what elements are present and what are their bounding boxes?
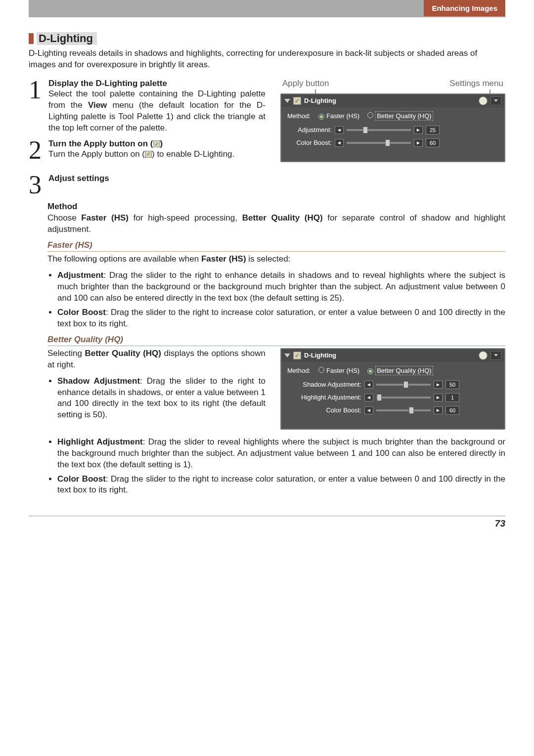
colorboost-value[interactable]: 60	[445, 406, 459, 415]
d-lighting-panel-hs: ✓ D-Lighting Method: Faster (HS) Better …	[280, 93, 505, 162]
step-number-3: 3	[29, 174, 48, 197]
adjustment-label: Adjustment:	[287, 126, 332, 133]
arrow-right-icon[interactable]: ►	[414, 139, 423, 147]
method-heading: Method	[47, 202, 505, 212]
hq-colorboost-item: Color Boost: Drag the slider to the righ…	[57, 474, 505, 496]
better-quality-heading: Better Quality (HQ)	[47, 335, 505, 346]
panel-title: D-Lighting	[304, 352, 476, 359]
radio-better-quality-hq[interactable]: Better Quality (HQ)	[367, 112, 433, 120]
arrow-left-icon[interactable]: ◄	[335, 139, 344, 147]
shadow-value[interactable]: 50	[445, 380, 459, 389]
colorboost-value[interactable]: 60	[426, 138, 440, 147]
header-bar: Enhancing Images	[29, 0, 505, 17]
arrow-left-icon[interactable]: ◄	[364, 381, 373, 389]
radio-faster-hs[interactable]: Faster (HS)	[318, 112, 359, 120]
method-label: Method:	[287, 112, 311, 120]
hq-highlight-item: Highlight Adjustment: Drag the slider to…	[57, 437, 505, 471]
apply-checkbox[interactable]: ✓	[293, 352, 301, 359]
step-number-1: 1	[29, 79, 48, 102]
hq-intro: Selecting Better Quality (HQ) displays t…	[47, 348, 266, 371]
hs-adjustment-item: Adjustment: Drag the slider to the right…	[57, 270, 505, 304]
colorboost-label: Color Boost:	[287, 139, 332, 146]
colorboost-slider[interactable]	[376, 409, 431, 411]
faster-hs-heading: Faster (HS)	[47, 240, 505, 252]
pointer-line	[315, 89, 316, 93]
apply-checkbox[interactable]: ✓	[293, 97, 301, 105]
page-number: 73	[29, 516, 505, 529]
adjustment-slider[interactable]	[347, 129, 411, 131]
colorboost-slider[interactable]	[347, 142, 411, 144]
hq-shadow-item: Shadow Adjustment: Drag the slider to th…	[57, 376, 266, 421]
colorboost-label: Color Boost:	[287, 406, 361, 414]
settings-menu-label: Settings menu	[449, 79, 503, 89]
step2-text: Turn the Apply button on (✓) to enable D…	[48, 149, 266, 160]
page-title: D-Lighting	[37, 32, 97, 45]
panel-title: D-Lighting	[304, 97, 476, 104]
step1-title: Display the D-Lighting palette	[48, 79, 266, 89]
apply-button-label: Apply button	[282, 79, 329, 89]
method-text: Choose Faster (HS) for high-speed proces…	[47, 213, 505, 235]
radio-faster-hs[interactable]: Faster (HS)	[318, 367, 359, 374]
settings-menu-button[interactable]	[490, 351, 501, 360]
radio-better-quality-hq[interactable]: Better Quality (HQ)	[367, 367, 433, 374]
arrow-left-icon[interactable]: ◄	[364, 394, 373, 401]
pointer-line	[490, 89, 490, 93]
step-number-2: 2	[29, 139, 48, 162]
arrow-right-icon[interactable]: ►	[434, 406, 443, 414]
collapse-triangle-icon[interactable]	[284, 354, 290, 357]
shadow-slider[interactable]	[376, 384, 431, 386]
arrow-left-icon[interactable]: ◄	[335, 126, 344, 134]
reset-button[interactable]	[479, 351, 488, 360]
section-title: Enhancing Images	[424, 0, 505, 16]
faster-hs-intro: The following options are available when…	[47, 254, 505, 265]
check-icon: ✓	[153, 140, 160, 147]
shadow-adj-label: Shadow Adjustment:	[287, 381, 361, 388]
intro-text: D-Lighting reveals details in shadows an…	[29, 48, 505, 71]
collapse-triangle-icon[interactable]	[284, 99, 290, 103]
arrow-right-icon[interactable]: ►	[434, 381, 443, 389]
step2-title: Turn the Apply button on (✓)	[48, 139, 266, 149]
hs-colorboost-item: Color Boost: Drag the slider to the righ…	[57, 307, 505, 330]
highlight-adj-label: Highlight Adjustment:	[287, 394, 361, 401]
d-lighting-panel-hq: ✓ D-Lighting Method: Faster (HS) Better …	[280, 348, 505, 430]
reset-button[interactable]	[479, 96, 488, 105]
adjustment-value[interactable]: 25	[426, 126, 440, 134]
step3-title: Adjust settings	[48, 174, 505, 183]
settings-menu-button[interactable]	[490, 96, 501, 105]
step1-text: Select the tool palette containing the D…	[48, 89, 266, 134]
title-accent	[29, 33, 34, 44]
arrow-right-icon[interactable]: ►	[434, 394, 443, 401]
check-icon: ✓	[145, 151, 152, 158]
highlight-slider[interactable]	[376, 397, 431, 399]
arrow-right-icon[interactable]: ►	[414, 126, 423, 134]
highlight-value[interactable]: 1	[445, 393, 459, 402]
method-label: Method:	[287, 367, 311, 374]
arrow-left-icon[interactable]: ◄	[364, 406, 373, 414]
